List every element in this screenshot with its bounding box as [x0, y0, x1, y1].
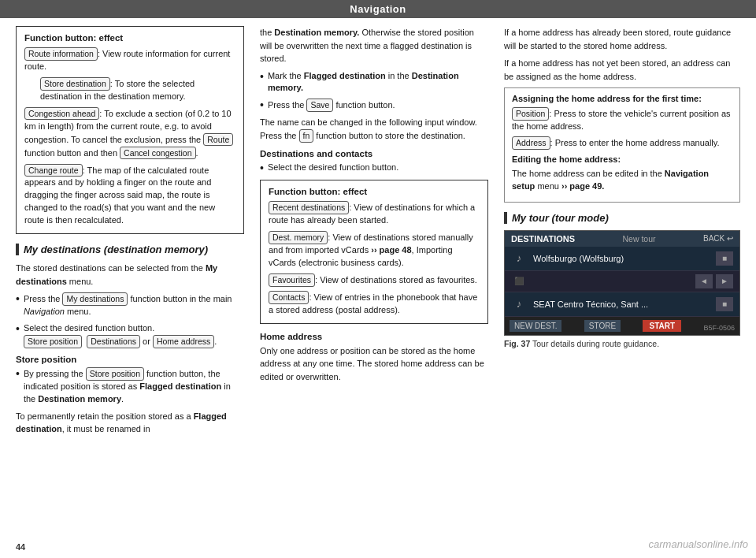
left-col: Function button: effect Route informatio…	[16, 26, 244, 441]
congestion-ahead-btn[interactable]: Congestion ahead	[24, 107, 99, 121]
nav-row-sep-prev[interactable]: ◄	[695, 274, 713, 288]
func-item-route: Route information: View route informatio…	[24, 47, 235, 73]
assigning-box-title: Assigning the home address for the first…	[512, 94, 732, 103]
destinations-contacts-heading: Destinations and contacts	[260, 149, 488, 158]
func2-item-favourites: Favourites: View of destinations stored …	[269, 273, 480, 287]
nav-ui-header: DESTINATIONS New tour BACK ↩	[505, 231, 739, 247]
mid-bullet-2-text: Press the Save function button.	[268, 99, 395, 112]
dest-contacts-bullet: • Select the desired function button.	[260, 162, 488, 174]
store-dest-btn[interactable]: Store destination	[40, 77, 110, 91]
nav-row-2-icon: ♪	[511, 296, 527, 312]
name-change-text: The name can be changed in the following…	[260, 116, 488, 142]
func2-item-recent: Recent destinations: View of destination…	[269, 201, 480, 227]
change-route-btn[interactable]: Change route	[24, 164, 83, 177]
dest-memory-btn[interactable]: Dest. memory	[269, 231, 328, 244]
func-item-congestion: Congestion ahead: To exclude a section (…	[24, 107, 235, 160]
function-box-1-title: Function button: effect	[24, 33, 235, 43]
middle-bullet-1: • Mark the Flagged destination in the De…	[260, 70, 488, 95]
nav-row-1-action[interactable]: ■	[716, 251, 733, 266]
dest-memory-intro: the Destination memory. Otherwise the st…	[260, 26, 488, 65]
nav-ui-footer: NEW DEST. STORE START B5F-0506	[505, 317, 739, 335]
assign-position: Position: Press to store the vehicle's c…	[512, 107, 732, 133]
recent-destinations-btn[interactable]: Recent destinations	[269, 201, 349, 214]
right-body-1: If a home address has already been store…	[504, 26, 740, 52]
assigning-box: Assigning the home address for the first…	[504, 87, 740, 203]
route-btn[interactable]: Route	[203, 133, 233, 147]
home-address-text: Only one address or position can be stor…	[260, 344, 488, 384]
func2-item-contacts: Contacts: View of entries in the phonebo…	[269, 291, 480, 317]
nav-row-sep-icon: ⬛	[511, 273, 527, 289]
dest-contacts-text: Select the desired function button.	[268, 162, 398, 174]
editing-home-text: The home address can be edited in the Na…	[512, 168, 732, 193]
fn-btn[interactable]: fn	[299, 129, 314, 143]
nav-row-1-text: Wolfsburgo (Wolfsburg)	[533, 254, 716, 263]
nav-row-separator: ⬛ ◄ ►	[505, 271, 739, 292]
store-pos-text: By pressing the Store position function …	[24, 367, 244, 406]
func-item-store: Store destination: To store the selected…	[24, 77, 235, 103]
cancel-congestion-btn[interactable]: Cancel congestion	[120, 147, 195, 160]
store-position-btn-inline[interactable]: Store position	[24, 335, 82, 348]
bullet-2-dot: •	[16, 323, 20, 334]
page-number: 44	[16, 542, 25, 552]
contacts-btn[interactable]: Contacts	[269, 291, 309, 304]
bullet-1-dot: •	[16, 293, 20, 304]
dest-contacts-dot: •	[260, 162, 264, 173]
right-body-2: If a home address has not yet been store…	[504, 57, 740, 83]
nav-bar-title: Navigation	[350, 3, 406, 15]
route-info-btn[interactable]: Route information	[24, 47, 98, 61]
nav-row-2[interactable]: ♪ SEAT Centro Técnico, Sant ... ■	[505, 292, 739, 317]
content-area: Function button: effect Route informatio…	[0, 18, 756, 448]
function-box-2-title: Function button: effect	[269, 187, 480, 196]
nav-tab-destinations[interactable]: DESTINATIONS	[511, 234, 575, 244]
mid-bullet-2-dot: •	[260, 99, 264, 110]
nav-row-1-icon: ♪	[511, 251, 527, 266]
bullet-my-dest-2: • Select the desired function button. St…	[16, 322, 244, 348]
my-tour-heading: My tour (tour mode)	[504, 212, 740, 224]
bullet-2-text: Select the desired function button. Stor…	[24, 322, 217, 348]
fig-code: B5F-0506	[703, 324, 735, 332]
new-dest-btn[interactable]: NEW DEST.	[510, 320, 561, 332]
bullet-1-text: Press the My destinations function butto…	[24, 292, 244, 318]
bullet-my-dest-1: • Press the My destinations function but…	[16, 292, 244, 318]
home-address-btn-inline[interactable]: Home address	[153, 335, 214, 348]
middle-col: the Destination memory. Otherwise the st…	[260, 26, 488, 441]
nav-row-1[interactable]: ♪ Wolfsburgo (Wolfsburg) ■	[505, 247, 739, 271]
start-btn[interactable]: START	[643, 320, 681, 332]
watermark: carmanualsonline.info	[649, 538, 748, 550]
store-position-func-btn[interactable]: Store position	[86, 367, 144, 381]
editing-home-title: Editing the home address:	[512, 154, 732, 164]
right-col: If a home address has already been store…	[504, 26, 740, 441]
page-wrapper: Navigation Function button: effect Route…	[0, 0, 756, 558]
func2-item-dest-memory: Dest. memory: View of destinations store…	[269, 231, 480, 270]
assign-address: Address: Press to enter the home address…	[512, 136, 732, 150]
my-destinations-btn[interactable]: My destinations	[62, 292, 128, 306]
nav-row-2-text: SEAT Centro Técnico, Sant ...	[533, 299, 716, 309]
store-tour-btn[interactable]: STORE	[584, 320, 621, 332]
my-destinations-heading: My destinations (destination memory)	[16, 244, 244, 255]
position-btn[interactable]: Position	[512, 107, 549, 121]
mid-bullet-1-dot: •	[260, 71, 264, 82]
fig-caption: Fig. 37 Tour details during route guidan…	[504, 339, 740, 348]
middle-bullet-2: • Press the Save function button.	[260, 99, 488, 112]
save-btn[interactable]: Save	[306, 99, 333, 112]
nav-back-btn[interactable]: BACK ↩	[703, 234, 733, 243]
destinations-btn-inline[interactable]: Destinations	[87, 335, 140, 348]
store-position-heading: Store position	[16, 355, 244, 364]
favourites-btn[interactable]: Favourites	[269, 273, 315, 287]
function-box-2: Function button: effect Recent destinati…	[260, 180, 488, 324]
home-address-heading: Home address	[260, 332, 488, 341]
mid-bullet-1-text: Mark the Flagged destination in the Dest…	[268, 70, 488, 95]
address-btn[interactable]: Address	[512, 136, 550, 150]
func-item-change-route: Change route: The map of the calculated …	[24, 164, 235, 228]
store-position-bullet: • By pressing the Store position functio…	[16, 367, 244, 406]
nav-bar: Navigation	[0, 0, 756, 18]
nav-row-2-action[interactable]: ■	[716, 297, 733, 311]
function-box-1: Function button: effect Route informatio…	[16, 26, 244, 234]
nav-row-sep-next[interactable]: ►	[716, 274, 733, 288]
store-pos-body2: To permanently retain the position store…	[16, 410, 244, 436]
nav-tab-new-tour[interactable]: New tour	[623, 234, 656, 244]
nav-ui: DESTINATIONS New tour BACK ↩ ♪ Wolfsburg…	[504, 230, 740, 336]
store-pos-dot: •	[16, 368, 20, 379]
my-dest-intro: The stored destinations can be selected …	[16, 262, 244, 288]
